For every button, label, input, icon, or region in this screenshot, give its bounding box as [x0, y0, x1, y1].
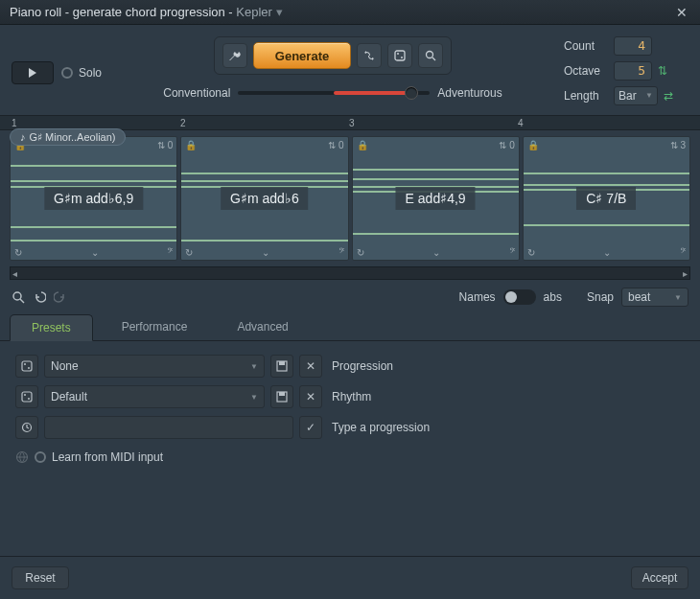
ruler-mark: 3 — [349, 118, 355, 128]
accept-button[interactable]: Accept — [631, 566, 688, 589]
ruler-mark: 1 — [12, 118, 17, 128]
bass-clef-icon[interactable]: 𝄢 — [509, 246, 515, 258]
tab-performance[interactable]: Performance — [101, 314, 209, 340]
slider-fill — [334, 91, 410, 95]
scroll-left-icon[interactable]: ◂ — [12, 268, 17, 279]
card-chevron-icon[interactable]: ⌄ — [432, 247, 440, 258]
svg-point-8 — [24, 363, 26, 365]
names-toggle[interactable] — [503, 289, 536, 305]
bass-clef-icon[interactable]: 𝄢 — [338, 246, 344, 258]
close-button[interactable]: ✕ — [671, 5, 692, 20]
settings-button[interactable] — [222, 43, 247, 68]
inversion-icon[interactable]: ⇅ — [670, 140, 678, 150]
progression-label: Progression — [332, 359, 393, 373]
randomize-button[interactable] — [387, 43, 412, 68]
globe-icon[interactable] — [15, 450, 29, 464]
chord-name: G♯m add♭6 — [221, 187, 309, 210]
undo-button[interactable] — [33, 290, 46, 304]
length-select[interactable]: Bar▼ — [614, 86, 658, 105]
preset-dropdown-icon[interactable]: ▾ — [276, 5, 283, 19]
play-icon — [29, 68, 36, 78]
inversion-icon[interactable]: ⇅ — [157, 140, 165, 150]
count-field[interactable]: 4 — [614, 36, 652, 56]
rhythm-save-button[interactable] — [270, 385, 293, 408]
recycle-icon[interactable]: ↻ — [185, 247, 193, 258]
chord-name: E add♯4,9 — [396, 187, 476, 210]
learn-radio[interactable] — [35, 451, 46, 463]
regenerate-button[interactable] — [357, 43, 382, 68]
svg-rect-0 — [395, 51, 405, 60]
preset-name[interactable]: Kepler — [236, 5, 272, 19]
svg-rect-16 — [279, 392, 285, 396]
recycle-icon[interactable]: ↻ — [527, 247, 535, 258]
bass-clef-icon[interactable]: 𝄢 — [167, 246, 173, 258]
inversion-value: 0 — [338, 140, 344, 150]
inversion-value: 0 — [168, 140, 174, 150]
inspect-button[interactable] — [418, 43, 443, 68]
lock-icon[interactable]: 🔒 — [357, 140, 368, 150]
progression-input[interactable] — [44, 416, 293, 439]
chevron-down-icon: ▼ — [674, 293, 682, 302]
progression-dice-button[interactable] — [15, 355, 38, 378]
dice-icon — [21, 391, 33, 403]
card-chevron-icon[interactable]: ⌄ — [603, 247, 611, 258]
snap-select[interactable]: beat▼ — [621, 288, 688, 307]
key-badge[interactable]: ♪ G♯ Minor..Aeolian) — [10, 128, 126, 146]
chord-card[interactable]: 🔒⇅ 0 G♯m add♭6,9 ↻⌄𝄢 — [10, 136, 177, 261]
play-button[interactable] — [12, 61, 54, 84]
history-button[interactable] — [15, 416, 38, 439]
horizontal-scrollbar[interactable]: ◂▸ — [10, 266, 690, 280]
octave-link-icon[interactable]: ⇅ — [658, 64, 667, 78]
cycle-icon — [363, 50, 375, 61]
key-text: G♯ Minor..Aeolian) — [30, 131, 116, 144]
svg-rect-12 — [22, 392, 32, 402]
octave-field[interactable]: 5 — [614, 61, 652, 81]
bass-clef-icon[interactable]: 𝄢 — [680, 246, 686, 258]
solo-toggle[interactable]: Solo — [61, 66, 102, 80]
titlebar: Piano roll - generate chord progression … — [0, 0, 700, 25]
note-icon: ♪ — [20, 131, 26, 143]
progression-save-button[interactable] — [270, 355, 293, 378]
progression-commit-button[interactable]: ✓ — [299, 416, 322, 439]
scroll-right-icon[interactable]: ▸ — [683, 268, 688, 279]
reset-button[interactable]: Reset — [12, 566, 69, 589]
svg-line-6 — [20, 299, 24, 303]
lock-icon[interactable]: 🔒 — [185, 140, 197, 150]
tab-presets[interactable]: Presets — [10, 314, 93, 341]
chord-name: G♯m add♭6,9 — [44, 187, 143, 210]
rhythm-clear-button[interactable]: ✕ — [299, 385, 322, 408]
progression-clear-button[interactable]: ✕ — [299, 355, 322, 378]
radio-off-icon — [61, 67, 73, 79]
recycle-icon[interactable]: ↻ — [357, 247, 364, 258]
progression-select[interactable]: None▼ — [44, 355, 265, 378]
recycle-icon[interactable]: ↻ — [14, 247, 22, 258]
inversion-icon[interactable]: ⇅ — [328, 140, 336, 150]
length-link-icon[interactable]: ⇄ — [664, 89, 673, 103]
solo-label: Solo — [79, 66, 102, 80]
history-icon — [21, 422, 33, 433]
svg-point-13 — [24, 394, 26, 396]
card-chevron-icon[interactable]: ⌄ — [91, 247, 99, 258]
slider-thumb[interactable] — [405, 86, 418, 100]
search-icon[interactable] — [12, 290, 25, 304]
svg-point-9 — [28, 367, 30, 369]
chord-card[interactable]: 🔒⇅ 3 C♯ 7/B ↻⌄𝄢 — [523, 136, 690, 261]
svg-point-1 — [397, 53, 399, 55]
svg-point-3 — [427, 52, 433, 58]
adventurous-slider[interactable] — [238, 91, 430, 95]
rhythm-select[interactable]: Default▼ — [44, 385, 265, 408]
chord-card[interactable]: 🔒⇅ 0 G♯m add♭6 ↻⌄𝄢 — [180, 136, 348, 261]
rhythm-dice-button[interactable] — [15, 385, 38, 408]
chevron-down-icon: ▼ — [250, 362, 258, 371]
generate-button[interactable]: Generate — [253, 42, 351, 69]
tab-advanced[interactable]: Advanced — [216, 314, 309, 340]
abs-label: abs — [544, 290, 562, 304]
chord-card[interactable]: 🔒⇅ 0 E add♯4,9 ↻⌄𝄢 — [352, 136, 520, 261]
inversion-icon[interactable]: ⇅ — [499, 140, 506, 150]
redo-button[interactable] — [54, 290, 67, 304]
window-title: Piano roll - generate chord progression … — [10, 5, 236, 19]
floppy-icon — [276, 360, 288, 372]
svg-point-2 — [401, 57, 403, 58]
card-chevron-icon[interactable]: ⌄ — [262, 247, 269, 258]
lock-icon[interactable]: 🔒 — [527, 140, 539, 150]
